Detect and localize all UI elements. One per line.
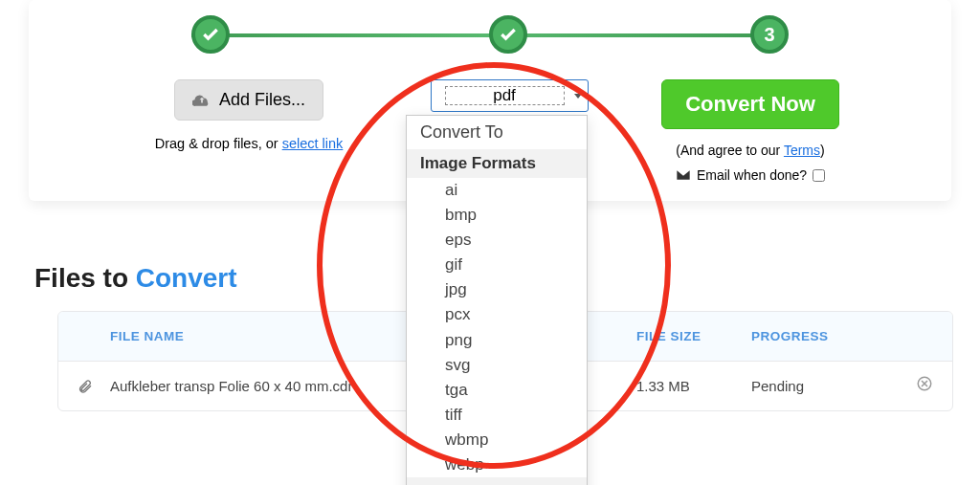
attachment-icon [78,379,110,394]
terms-prefix: (And agree to our [676,143,784,158]
envelope-icon [676,169,691,181]
format-group-image: Image Formats [407,149,587,178]
header-progress: PROGRESS [751,329,933,343]
email-when-done-checkbox[interactable] [813,169,825,182]
step-progress-line [191,33,775,37]
terms-link[interactable]: Terms [784,143,820,158]
format-dropdown: Convert To Image Formats aibmpepsgifjpgp… [406,115,588,485]
add-files-button[interactable]: Add Files... [174,79,323,121]
header-file-size: FILE SIZE [636,329,751,343]
format-option-jpg[interactable]: jpg [407,277,587,302]
terms-line: (And agree to our Terms) [607,143,894,158]
drag-drop-hint: Drag & drop files, or select link [105,136,392,151]
check-icon [201,25,220,44]
step-2-badge [489,15,527,54]
drag-drop-hint-text: Drag & drop files, or [155,136,282,151]
select-link[interactable]: select link [282,136,344,151]
step-3-number: 3 [764,24,774,46]
files-section-title: Files to Convert [34,263,237,294]
format-option-eps[interactable]: eps [407,228,587,253]
email-when-done-label: Email when done? [697,167,807,183]
format-select-value: pdf [445,86,565,105]
format-dropdown-header: Convert To [407,116,587,149]
format-option-wbmp[interactable]: wbmp [407,428,587,452]
step-3-badge: 3 [750,15,789,54]
format-option-ai[interactable]: ai [407,178,587,203]
add-files-column: Add Files... Drag & drop files, or selec… [105,79,392,151]
format-group-document: Document Formats [407,477,587,485]
step-1-badge [191,15,230,54]
format-option-pcx[interactable]: pcx [407,302,587,327]
format-option-webp[interactable]: webp [407,452,587,477]
convert-column: Convert Now (And agree to our Terms) Ema… [607,79,894,185]
check-icon [499,25,518,44]
files-title-plain: Files to [34,263,136,293]
email-when-done[interactable]: Email when done? [676,167,825,183]
chevron-down-icon [574,94,582,99]
format-option-bmp[interactable]: bmp [407,203,587,228]
format-option-tga[interactable]: tga [407,378,587,403]
remove-file-button[interactable] [904,375,933,397]
files-title-accent: Convert [136,263,237,293]
format-option-gif[interactable]: gif [407,253,587,277]
add-files-label: Add Files... [219,90,305,110]
cloud-upload-icon [192,92,212,109]
terms-suffix: ) [820,143,825,158]
format-option-tiff[interactable]: tiff [407,403,587,428]
file-progress: Pending [751,378,904,394]
file-size: 1.33 MB [636,378,751,394]
convert-now-button[interactable]: Convert Now [661,79,839,129]
format-option-svg[interactable]: svg [407,353,587,378]
format-select[interactable]: pdf [431,79,589,112]
format-option-png[interactable]: png [407,328,587,353]
format-column: pdf [375,79,643,116]
